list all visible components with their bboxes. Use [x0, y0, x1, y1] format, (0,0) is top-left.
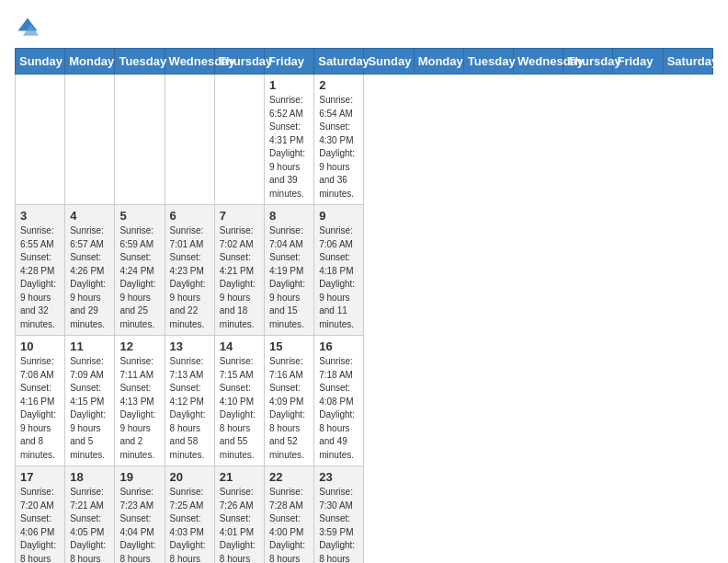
header-thursday: Thursday	[214, 49, 264, 75]
calendar-cell: 2Sunrise: 6:54 AM Sunset: 4:30 PM Daylig…	[314, 75, 364, 205]
day-info: Sunrise: 6:52 AM Sunset: 4:31 PM Dayligh…	[269, 94, 309, 201]
week-row-0: 1Sunrise: 6:52 AM Sunset: 4:31 PM Daylig…	[16, 75, 713, 205]
day-number: 2	[319, 78, 358, 92]
calendar-cell: 6Sunrise: 7:01 AM Sunset: 4:23 PM Daylig…	[165, 205, 214, 336]
calendar-cell	[214, 75, 264, 205]
header-monday: Monday	[65, 49, 115, 75]
day-info: Sunrise: 7:09 AM Sunset: 4:15 PM Dayligh…	[70, 355, 109, 462]
day-info: Sunrise: 7:23 AM Sunset: 4:04 PM Dayligh…	[119, 486, 159, 563]
day-info: Sunrise: 7:16 AM Sunset: 4:09 PM Dayligh…	[269, 355, 309, 462]
day-info: Sunrise: 7:04 AM Sunset: 4:19 PM Dayligh…	[269, 224, 309, 331]
header-wednesday: Wednesday	[514, 49, 563, 75]
day-info: Sunrise: 7:02 AM Sunset: 4:21 PM Dayligh…	[220, 224, 259, 331]
calendar-cell: 8Sunrise: 7:04 AM Sunset: 4:19 PM Daylig…	[265, 205, 314, 336]
day-number: 15	[269, 339, 309, 353]
calendar-cell: 11Sunrise: 7:09 AM Sunset: 4:15 PM Dayli…	[65, 336, 115, 466]
day-number: 20	[170, 470, 210, 484]
calendar-cell: 5Sunrise: 6:59 AM Sunset: 4:24 PM Daylig…	[115, 205, 165, 336]
header-sunday: Sunday	[16, 49, 65, 75]
calendar-cell: 1Sunrise: 6:52 AM Sunset: 4:31 PM Daylig…	[265, 75, 314, 205]
calendar-cell: 16Sunrise: 7:18 AM Sunset: 4:08 PM Dayli…	[314, 336, 364, 466]
day-number: 11	[70, 339, 109, 353]
header-wednesday: Wednesday	[165, 49, 214, 75]
week-row-2: 10Sunrise: 7:08 AM Sunset: 4:16 PM Dayli…	[16, 336, 713, 466]
calendar-cell: 15Sunrise: 7:16 AM Sunset: 4:09 PM Dayli…	[265, 336, 314, 466]
calendar-cell: 17Sunrise: 7:20 AM Sunset: 4:06 PM Dayli…	[16, 466, 65, 564]
header-saturday: Saturday	[663, 49, 712, 75]
day-number: 5	[119, 209, 159, 223]
calendar-cell: 13Sunrise: 7:13 AM Sunset: 4:12 PM Dayli…	[165, 336, 214, 466]
day-info: Sunrise: 7:30 AM Sunset: 3:59 PM Dayligh…	[319, 486, 358, 563]
calendar-cell: 14Sunrise: 7:15 AM Sunset: 4:10 PM Dayli…	[214, 336, 264, 466]
calendar-cell: 18Sunrise: 7:21 AM Sunset: 4:05 PM Dayli…	[65, 466, 115, 564]
calendar-cell	[16, 75, 65, 205]
header-monday: Monday	[414, 49, 463, 75]
day-number: 3	[20, 209, 60, 223]
header-friday: Friday	[265, 49, 314, 75]
calendar-cell: 19Sunrise: 7:23 AM Sunset: 4:04 PM Dayli…	[115, 466, 165, 564]
day-number: 10	[20, 339, 60, 353]
day-number: 22	[269, 470, 309, 484]
page-header	[15, 15, 713, 40]
header-friday: Friday	[613, 49, 663, 75]
week-row-3: 17Sunrise: 7:20 AM Sunset: 4:06 PM Dayli…	[16, 466, 713, 564]
header-saturday: Saturday	[314, 49, 364, 75]
day-info: Sunrise: 6:57 AM Sunset: 4:26 PM Dayligh…	[70, 224, 109, 331]
day-number: 14	[220, 339, 259, 353]
day-number: 12	[119, 339, 159, 353]
day-info: Sunrise: 6:54 AM Sunset: 4:30 PM Dayligh…	[319, 94, 358, 201]
calendar-cell	[115, 75, 165, 205]
day-number: 4	[70, 209, 109, 223]
week-row-1: 3Sunrise: 6:55 AM Sunset: 4:28 PM Daylig…	[16, 205, 713, 336]
day-info: Sunrise: 7:13 AM Sunset: 4:12 PM Dayligh…	[170, 355, 210, 462]
day-number: 8	[269, 209, 309, 223]
calendar-header-row: SundayMondayTuesdayWednesdayThursdayFrid…	[16, 49, 713, 75]
day-info: Sunrise: 7:25 AM Sunset: 4:03 PM Dayligh…	[170, 486, 210, 563]
day-info: Sunrise: 6:55 AM Sunset: 4:28 PM Dayligh…	[20, 224, 60, 331]
logo-icon	[15, 15, 40, 40]
day-info: Sunrise: 7:20 AM Sunset: 4:06 PM Dayligh…	[20, 486, 60, 563]
day-number: 23	[319, 470, 358, 484]
day-number: 18	[70, 470, 109, 484]
day-info: Sunrise: 7:21 AM Sunset: 4:05 PM Dayligh…	[70, 486, 109, 563]
header-tuesday: Tuesday	[115, 49, 165, 75]
day-number: 9	[319, 209, 358, 223]
day-number: 7	[220, 209, 259, 223]
calendar-table: SundayMondayTuesdayWednesdayThursdayFrid…	[15, 48, 713, 563]
day-number: 17	[20, 470, 60, 484]
calendar-cell: 23Sunrise: 7:30 AM Sunset: 3:59 PM Dayli…	[314, 466, 364, 564]
day-info: Sunrise: 7:28 AM Sunset: 4:00 PM Dayligh…	[269, 486, 309, 563]
calendar-cell: 4Sunrise: 6:57 AM Sunset: 4:26 PM Daylig…	[65, 205, 115, 336]
calendar-cell: 22Sunrise: 7:28 AM Sunset: 4:00 PM Dayli…	[265, 466, 314, 564]
day-info: Sunrise: 7:06 AM Sunset: 4:18 PM Dayligh…	[319, 224, 358, 331]
day-info: Sunrise: 6:59 AM Sunset: 4:24 PM Dayligh…	[119, 224, 159, 331]
day-info: Sunrise: 7:11 AM Sunset: 4:13 PM Dayligh…	[119, 355, 159, 462]
day-number: 1	[269, 78, 309, 92]
calendar-cell: 7Sunrise: 7:02 AM Sunset: 4:21 PM Daylig…	[214, 205, 264, 336]
header-tuesday: Tuesday	[463, 49, 513, 75]
day-info: Sunrise: 7:18 AM Sunset: 4:08 PM Dayligh…	[319, 355, 358, 462]
calendar-cell: 20Sunrise: 7:25 AM Sunset: 4:03 PM Dayli…	[165, 466, 214, 564]
header-sunday: Sunday	[364, 49, 414, 75]
day-info: Sunrise: 7:01 AM Sunset: 4:23 PM Dayligh…	[170, 224, 210, 331]
header-thursday: Thursday	[563, 49, 613, 75]
day-info: Sunrise: 7:26 AM Sunset: 4:01 PM Dayligh…	[220, 486, 259, 563]
day-number: 21	[220, 470, 259, 484]
calendar-cell	[165, 75, 214, 205]
day-number: 16	[319, 339, 358, 353]
calendar-cell	[65, 75, 115, 205]
calendar-cell: 21Sunrise: 7:26 AM Sunset: 4:01 PM Dayli…	[214, 466, 264, 564]
calendar-cell: 12Sunrise: 7:11 AM Sunset: 4:13 PM Dayli…	[115, 336, 165, 466]
calendar-cell: 9Sunrise: 7:06 AM Sunset: 4:18 PM Daylig…	[314, 205, 364, 336]
day-number: 6	[170, 209, 210, 223]
day-number: 19	[119, 470, 159, 484]
calendar-cell: 10Sunrise: 7:08 AM Sunset: 4:16 PM Dayli…	[16, 336, 65, 466]
calendar-cell: 3Sunrise: 6:55 AM Sunset: 4:28 PM Daylig…	[16, 205, 65, 336]
day-info: Sunrise: 7:08 AM Sunset: 4:16 PM Dayligh…	[20, 355, 60, 462]
logo	[15, 15, 44, 40]
day-info: Sunrise: 7:15 AM Sunset: 4:10 PM Dayligh…	[220, 355, 259, 462]
day-number: 13	[170, 339, 210, 353]
